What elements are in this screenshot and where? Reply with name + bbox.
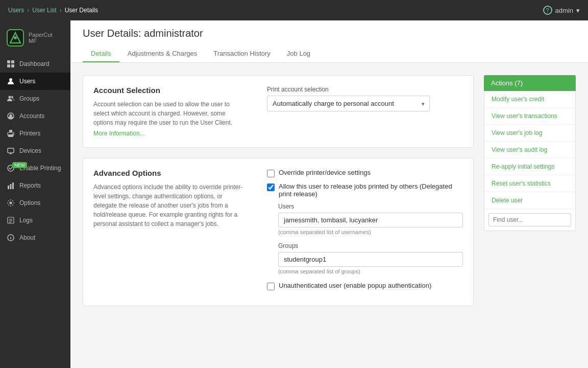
print-account-select[interactable]: Automatically charge to personal account… — [267, 96, 430, 111]
sidebar-label-reports: Reports — [19, 182, 41, 189]
sidebar-label-about: About — [19, 234, 35, 241]
account-selection-right: Print account selection Automatically ch… — [267, 86, 463, 137]
breadcrumb-sep-1: › — [27, 7, 29, 14]
svg-rect-21 — [10, 184, 12, 189]
page-title: User Details: administrator — [83, 28, 576, 39]
delegated-release-checkbox[interactable] — [267, 183, 275, 191]
action-delete-user[interactable]: Delete user — [484, 192, 575, 209]
action-find-user-group — [484, 209, 575, 231]
sidebar-item-devices[interactable]: Devices — [0, 142, 70, 159]
groups-input[interactable] — [278, 252, 463, 267]
bar-chart-icon — [6, 181, 15, 190]
unauthenticated-row: Unauthenticated user (enable popup authe… — [267, 282, 463, 290]
action-modify-credit[interactable]: Modify user's credit — [484, 91, 575, 108]
sidebar-item-logs[interactable]: Logs — [0, 212, 70, 229]
chevron-down-icon: ▾ — [576, 7, 580, 14]
override-printer-checkbox[interactable] — [267, 170, 275, 177]
page-content-area: Account Selection Account selection can … — [70, 63, 588, 368]
device-icon — [6, 146, 15, 155]
breadcrumb: Users › User List › User Details — [8, 7, 98, 14]
sidebar-label-printers: Printers — [19, 130, 40, 137]
sidebar-item-dashboard[interactable]: Dashboard — [0, 55, 70, 73]
admin-menu[interactable]: ? admin ▾ — [543, 6, 580, 15]
action-view-audit-log[interactable]: View user's audit log — [484, 142, 575, 158]
users-note: (comma separated list of usernames) — [278, 229, 463, 235]
svg-rect-16 — [8, 148, 14, 153]
account-selection-inner: Account Selection Account selection can … — [93, 86, 463, 137]
users-field-group: Users (comma separated list of usernames… — [278, 203, 463, 235]
sidebar-label-accounts: Accounts — [19, 112, 44, 120]
accounts-icon — [6, 111, 15, 121]
advanced-options-desc: Advanced options include the ability to … — [93, 182, 247, 228]
tab-details[interactable]: Details — [83, 45, 119, 62]
brand-name: PaperCut MF — [29, 32, 52, 44]
svg-point-15 — [12, 133, 13, 134]
svg-point-30 — [11, 236, 11, 237]
unauthenticated-checkbox[interactable] — [267, 283, 275, 290]
page-header: User Details: administrator Details Adju… — [70, 20, 588, 63]
more-info-link[interactable]: More Information... — [93, 130, 145, 137]
users-label: Users — [278, 203, 463, 210]
grid-icon — [6, 59, 15, 68]
main-content: User Details: administrator Details Adju… — [70, 20, 588, 368]
info-icon — [6, 233, 15, 242]
sidebar-item-accounts[interactable]: Accounts — [0, 107, 70, 125]
sidebar-item-about[interactable]: About — [0, 229, 70, 246]
breadcrumb-users[interactable]: Users — [8, 7, 24, 14]
sidebar-item-groups[interactable]: Groups — [0, 90, 70, 107]
advanced-options-title: Advanced Options — [93, 169, 247, 177]
users-input[interactable] — [278, 213, 463, 227]
printer-icon — [6, 129, 15, 138]
action-reapply-settings[interactable]: Re-apply initial settings — [484, 158, 575, 175]
sidebar-item-printers[interactable]: Printers — [0, 125, 70, 142]
svg-rect-3 — [7, 60, 10, 63]
sidebar-item-users[interactable]: Users — [0, 73, 70, 90]
breadcrumb-user-list[interactable]: User List — [32, 7, 56, 14]
account-selection-title: Account Selection — [93, 86, 247, 95]
svg-rect-22 — [12, 182, 14, 189]
sidebar-label-options: Options — [19, 199, 40, 206]
action-view-transactions[interactable]: View user's transactions — [484, 108, 575, 125]
action-reset-statistics[interactable]: Reset user's statistics — [484, 175, 575, 192]
settings-icon — [6, 198, 15, 208]
actions-panel: Actions (7) Modify user's credit View us… — [484, 75, 576, 356]
find-user-input[interactable] — [488, 213, 571, 226]
actions-body: Modify user's credit View user's transac… — [484, 91, 576, 231]
sidebar-label-devices: Devices — [19, 147, 41, 154]
logo-icon — [6, 29, 24, 47]
delegated-release-label: Allow this user to release jobs printed … — [279, 182, 463, 198]
print-account-select-wrapper: Automatically charge to personal account… — [267, 96, 430, 111]
print-account-label: Print account selection — [267, 86, 463, 93]
content-main: Account Selection Account selection can … — [83, 75, 474, 356]
sidebar-label-logs: Logs — [19, 217, 33, 224]
breadcrumb-current: User Details — [65, 7, 98, 14]
sidebar-label-users: Users — [19, 78, 35, 85]
sidebar-item-options[interactable]: Options — [0, 194, 70, 212]
account-selection-desc: Account selection can be used to allow t… — [93, 100, 247, 127]
group-icon — [6, 94, 15, 103]
svg-point-8 — [9, 96, 11, 99]
advanced-options-inner: Advanced Options Advanced options includ… — [93, 169, 463, 295]
actions-header: Actions (7) — [484, 75, 576, 91]
svg-rect-4 — [11, 60, 14, 63]
groups-field-group: Groups (comma separated list of groups) — [278, 242, 463, 274]
tab-adjustments[interactable]: Adjustments & Charges — [119, 45, 206, 62]
delegated-release-row: Allow this user to release jobs printed … — [267, 182, 463, 198]
action-view-job-log[interactable]: View user's job log — [484, 125, 575, 142]
sidebar-item-enable-printing[interactable]: NEW Enable Printing — [0, 159, 70, 177]
svg-rect-13 — [9, 130, 12, 132]
new-badge: NEW — [12, 162, 27, 168]
svg-point-7 — [9, 78, 12, 81]
sidebar-item-reports[interactable]: Reports — [0, 177, 70, 194]
tab-transaction-history[interactable]: Transaction History — [205, 45, 279, 62]
account-selection-section: Account Selection Account selection can … — [83, 75, 474, 148]
tab-job-log[interactable]: Job Log — [279, 45, 318, 62]
svg-rect-5 — [7, 64, 10, 67]
groups-note: (comma separated list of groups) — [278, 268, 463, 274]
account-selection-left: Account Selection Account selection can … — [93, 86, 247, 137]
groups-label: Groups — [278, 242, 463, 249]
logo-area: PaperCut MF — [0, 25, 70, 55]
sidebar: PaperCut MF Dashboard Users Groups — [0, 20, 70, 368]
sidebar-label-groups: Groups — [19, 95, 39, 102]
admin-icon: ? — [543, 6, 552, 15]
